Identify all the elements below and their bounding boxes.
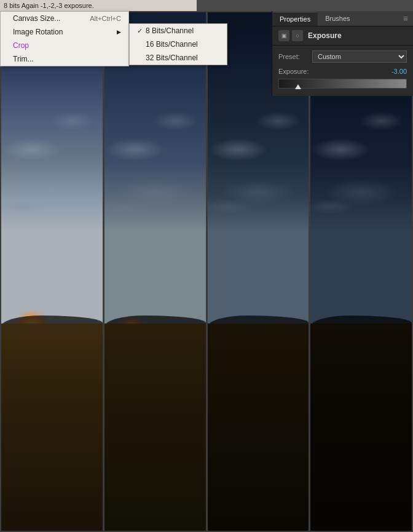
exposure-label: Exposure: [278,68,312,75]
slider-thumb [295,84,301,89]
panel-menu-icon: ≡ [403,14,408,23]
exposure-slider[interactable] [278,79,407,89]
submenu-item-16bit[interactable]: 16 Bits/Channel [130,38,227,51]
clouds-1 [1,64,103,349]
tab-brushes[interactable]: Brushes [318,12,357,25]
check-8bit: ✓ [137,27,146,35]
clouds-2 [104,64,206,349]
menu-item-crop-label: Crop [13,41,29,50]
menu-item-image-rotation[interactable]: Image Rotation [1,25,128,39]
menu-item-trim-label: Trim... [13,55,34,63]
ground-2 [104,324,206,531]
clouds-3 [208,64,309,349]
clouds-4 [310,64,412,349]
submenu-item-32bit[interactable]: 32 Bits/Channel [130,51,227,65]
exposure-image-icon: ▣ [278,30,289,41]
top-text-content: 8 bits Again -1,-2,-3 exposure. [4,2,94,9]
properties-panel: Properties Brushes ≡ ▣ ○ Exposure Preset… [272,11,413,96]
panel-tabs: Properties Brushes ≡ [272,11,413,26]
top-text-bar: 8 bits Again -1,-2,-3 exposure. [0,0,197,11]
exposure-circle-icon: ○ [292,30,303,41]
exposure-value: -3.00 [382,68,407,75]
preset-select[interactable]: Custom Default +1 EV -1 EV +2 EV -2 EV [312,50,407,63]
exposure-slider-row [278,79,407,89]
context-menu: Canvas Size... Alt+Ctrl+C Image Rotation… [0,11,129,66]
submenu-item-32bit-label: 32 Bits/Channel [146,54,198,62]
ground-3 [208,324,309,531]
submenu-item-8bit[interactable]: ✓ 8 Bits/Channel [130,24,227,38]
submenu-item-8bit-label: 8 Bits/Channel [146,26,194,35]
tab-properties-label: Properties [280,15,310,23]
bits-channel-submenu: ✓ 8 Bits/Channel 16 Bits/Channel 32 Bits… [129,23,227,65]
panel-menu-button[interactable]: ≡ [398,11,413,26]
panel-body: Preset: Custom Default +1 EV -1 EV +2 EV… [272,46,413,96]
menu-item-image-rotation-label: Image Rotation [13,28,63,36]
tab-brushes-label: Brushes [325,15,350,22]
preset-row: Preset: Custom Default +1 EV -1 EV +2 EV… [278,50,407,63]
panel-title: Exposure [308,31,342,40]
menu-item-canvas-size-label: Canvas Size... [13,14,60,23]
photo-strip-2 [104,12,206,531]
menu-item-canvas-size-shortcut: Alt+Ctrl+C [90,15,121,22]
panel-header: ▣ ○ Exposure [272,26,413,46]
menu-item-trim[interactable]: Trim... [1,52,128,66]
ground-1 [1,324,103,531]
menu-item-canvas-size[interactable]: Canvas Size... Alt+Ctrl+C [1,12,128,25]
submenu-item-16bit-label: 16 Bits/Channel [146,40,198,49]
menu-item-crop[interactable]: Crop [1,39,128,52]
exposure-row: Exposure: -3.00 [278,68,407,75]
ground-4 [310,324,412,531]
photo-strip-1 [1,12,103,531]
tab-properties[interactable]: Properties [272,12,318,26]
preset-label: Preset: [278,53,312,60]
